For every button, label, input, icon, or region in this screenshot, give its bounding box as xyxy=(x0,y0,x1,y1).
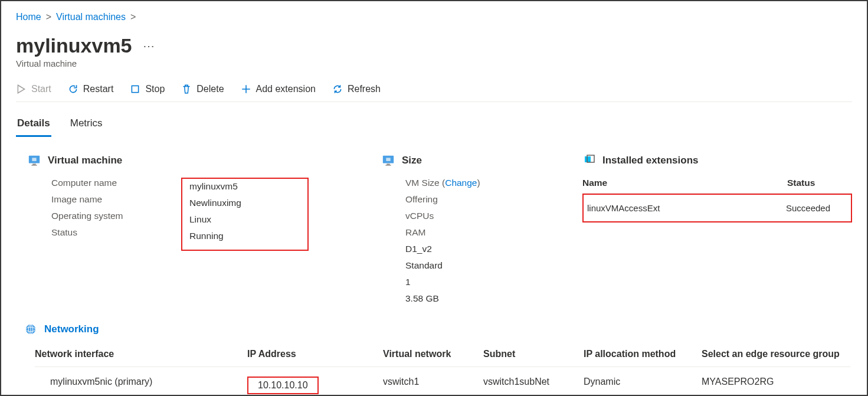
stop-button[interactable]: Stop xyxy=(130,84,165,94)
chevron-right-icon: > xyxy=(46,12,51,22)
network-row[interactable]: mylinuxvm5nic (primary) 10.10.10.10 vswi… xyxy=(35,367,850,394)
value-ram: 3.58 GB xyxy=(405,293,439,304)
ext-header-name: Name xyxy=(582,178,787,188)
start-button: Start xyxy=(16,84,51,94)
restart-button[interactable]: Restart xyxy=(68,84,114,94)
delete-button[interactable]: Delete xyxy=(181,84,224,94)
net-header-alloc: IP allocation method xyxy=(584,349,702,359)
delete-label: Delete xyxy=(196,84,224,94)
label-status: Status xyxy=(51,227,181,238)
chevron-right-icon: > xyxy=(130,12,136,22)
vm-size-icon xyxy=(382,154,395,167)
delete-icon xyxy=(181,84,192,94)
value-computer-name: mylinuxvm5 xyxy=(189,181,238,192)
value-vcpus: 1 xyxy=(405,277,411,287)
add-extension-label: Add extension xyxy=(256,84,316,94)
more-actions-button[interactable]: ⋯ xyxy=(143,39,156,53)
networking-link[interactable]: Networking xyxy=(44,323,99,335)
svg-marker-0 xyxy=(18,85,24,93)
label-computer-name: Computer name xyxy=(51,178,181,188)
svg-rect-1 xyxy=(132,86,139,92)
net-ip: 10.10.10.10 xyxy=(247,377,319,394)
section-size-title: Size xyxy=(402,155,422,166)
value-status: Running xyxy=(189,231,224,241)
restart-label: Restart xyxy=(83,84,114,94)
svg-rect-4 xyxy=(31,165,37,165)
net-header-ip: IP Address xyxy=(247,349,383,359)
refresh-label: Refresh xyxy=(348,84,381,94)
value-vm-size: D1_v2 xyxy=(405,244,432,254)
net-subnet: vswitch1subNet xyxy=(483,377,584,394)
tabs: Details Metrics xyxy=(16,114,852,138)
net-header-vnet: Virtual network xyxy=(383,349,483,359)
label-vm-size: VM Size (Change) xyxy=(405,178,512,188)
value-offering: Standard xyxy=(405,260,443,271)
net-nic: mylinuxvm5nic (primary) xyxy=(35,377,247,394)
label-ram: RAM xyxy=(405,227,512,238)
section-extensions-header: Installed extensions xyxy=(582,154,852,167)
extension-name: linuxVMAccessExt xyxy=(584,203,786,213)
breadcrumb-home[interactable]: Home xyxy=(16,12,41,22)
refresh-button[interactable]: Refresh xyxy=(332,84,381,94)
plus-icon xyxy=(241,84,251,94)
breadcrumb: Home > Virtual machines > xyxy=(16,12,852,22)
page-subtitle: Virtual machine xyxy=(16,58,852,68)
breadcrumb-vms[interactable]: Virtual machines xyxy=(56,12,126,22)
svg-rect-5 xyxy=(32,158,36,161)
svg-rect-3 xyxy=(32,164,36,165)
command-bar: Start Restart Stop Delete Add extension … xyxy=(16,79,852,102)
label-offering: Offering xyxy=(405,194,512,205)
svg-rect-10 xyxy=(585,156,591,162)
change-size-link[interactable]: Change xyxy=(445,178,477,188)
restart-icon xyxy=(68,84,78,94)
section-extensions-title: Installed extensions xyxy=(602,155,699,166)
extension-row[interactable]: linuxVMAccessExt Succeeded xyxy=(582,194,852,222)
section-vm-header: Virtual machine xyxy=(28,154,358,167)
play-icon xyxy=(16,84,27,94)
svg-rect-8 xyxy=(385,165,391,165)
net-edge: MYASEPRO2RG xyxy=(702,377,868,394)
extensions-icon xyxy=(582,154,595,167)
label-image-name: Image name xyxy=(51,194,181,205)
section-vm-title: Virtual machine xyxy=(48,155,122,166)
tab-details[interactable]: Details xyxy=(16,114,51,137)
svg-rect-9 xyxy=(386,158,390,161)
net-header-subnet: Subnet xyxy=(483,349,584,359)
page-title: mylinuxvm5 xyxy=(16,34,132,57)
net-alloc: Dynamic xyxy=(584,377,702,394)
section-size-header: Size xyxy=(382,154,559,167)
value-image-name: Newlinuximg xyxy=(189,198,241,208)
label-vcpus: vCPUs xyxy=(405,211,512,221)
networking-icon xyxy=(24,323,37,336)
add-extension-button[interactable]: Add extension xyxy=(241,84,316,94)
vm-icon xyxy=(28,154,41,167)
tab-metrics[interactable]: Metrics xyxy=(69,114,104,137)
label-os: Operating system xyxy=(51,211,181,221)
section-networking-header: Networking xyxy=(24,323,852,336)
net-header-nic: Network interface xyxy=(35,349,247,359)
net-header-edge: Select an edge resource group xyxy=(702,349,868,359)
value-os: Linux xyxy=(189,214,211,225)
start-label: Start xyxy=(31,84,51,94)
extension-status: Succeeded xyxy=(786,203,851,213)
stop-icon xyxy=(130,84,140,94)
ext-header-status: Status xyxy=(787,178,852,188)
svg-rect-7 xyxy=(386,164,390,165)
refresh-icon xyxy=(332,84,343,94)
net-vnet: vswitch1 xyxy=(383,377,483,394)
stop-label: Stop xyxy=(145,84,165,94)
vm-values-highlight: mylinuxvm5 Newlinuximg Linux Running xyxy=(181,178,309,251)
